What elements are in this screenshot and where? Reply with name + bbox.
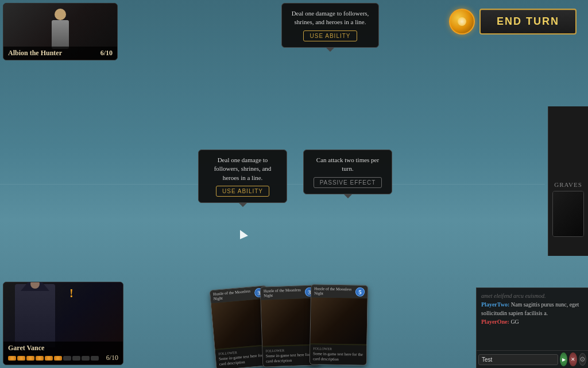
chat-input-field[interactable]: [478, 354, 558, 365]
chat-settings-button[interactable]: ⚙: [579, 353, 586, 366]
hp-pip-4: [36, 356, 44, 361]
graves-panel[interactable]: GRAVES: [548, 106, 588, 256]
card-3[interactable]: Hustle of the Moonless Night 5 Follower …: [310, 284, 368, 366]
hp-pip-1: [8, 356, 16, 361]
tooltip-top: Deal one damage to followers, shrines, a…: [281, 3, 379, 48]
hero-bottom-name-bar: Garet Vance 6/10: [3, 342, 123, 365]
game-board: Albion the Hunter 6/10 END TURN Deal one…: [0, 0, 588, 368]
hp-pip-9: [82, 356, 90, 361]
chat-msg-p2: PlayerTwo: Nam sagittis purus nunc, eget…: [481, 300, 583, 317]
hp-pip-5: [45, 356, 53, 361]
tooltip-mid-right-text: Can attack two times per turn.: [312, 156, 384, 174]
chat-p1-text: GG: [510, 319, 519, 325]
card-2-title: Hustle of the Moonless Night: [264, 288, 305, 298]
passive-effect-button[interactable]: PASSIVE EFFECT: [314, 177, 382, 188]
hp-pip-10: [91, 356, 99, 361]
hero-card-top[interactable]: Albion the Hunter 6/10: [3, 3, 118, 60]
chat-cancel-button[interactable]: [569, 352, 577, 366]
graves-card-art: [553, 191, 583, 236]
card-3-art-detail: [310, 297, 367, 344]
hp-pip-6: [54, 356, 62, 361]
hero-bottom-hp-row: 6/10: [8, 354, 118, 362]
cards-area: Hustle of the Moonless Night 3 Follower …: [212, 285, 359, 365]
hero-name-bar-top: Albion the Hunter 6/10: [3, 47, 117, 60]
wizard-art: [15, 284, 55, 347]
chat-system-msg: amet eleifend arcu euismod.: [481, 292, 583, 300]
hp-pip-8: [72, 356, 80, 361]
card-3-header: Hustle of the Moonless Night 5: [311, 285, 368, 298]
tooltip-mid-right: Can attack two times per turn. PASSIVE E…: [303, 150, 392, 194]
hero-name-bottom: Garet Vance: [8, 344, 118, 352]
end-turn-area: END TURN: [449, 9, 577, 34]
hero-hp-top: 6/10: [100, 49, 113, 57]
card-3-cost: 5: [355, 287, 365, 296]
hp-pips: [8, 356, 99, 361]
hero-name-top: Albion the Hunter: [8, 49, 62, 57]
hp-pip-7: [63, 356, 71, 361]
chat-messages: amet eleifend arcu euismod. PlayerTwo: N…: [477, 288, 588, 350]
chat-input-row: ⚙: [477, 350, 588, 368]
card-3-art: [310, 297, 367, 344]
graves-label: GRAVES: [554, 181, 582, 188]
hp-pip-3: [26, 356, 34, 361]
card-3-footer: Follower Some in-game text here for the …: [310, 344, 367, 365]
cursor: [240, 230, 248, 239]
hp-pip-2: [17, 356, 25, 361]
chat-msg-p1: PlayerOne: GG: [481, 317, 583, 326]
exclamation-mark: !: [69, 287, 74, 300]
chat-panel: amet eleifend arcu euismod. PlayerTwo: N…: [476, 288, 588, 368]
use-ability-mid-left-button[interactable]: USE ABILITY: [216, 186, 269, 197]
tooltip-top-text: Deal one damage to followers, shrines, a…: [290, 9, 370, 27]
end-turn-button[interactable]: END TURN: [479, 9, 577, 34]
chat-p2-label: PlayerTwo:: [481, 301, 509, 308]
card-3-title: Hustle of the Moonless Night: [314, 286, 355, 296]
chat-send-button[interactable]: [560, 352, 567, 366]
mana-orb: [449, 9, 475, 34]
card-3-desc: Some in-game text here for the card desc…: [313, 351, 363, 363]
use-ability-top-button[interactable]: USE ABILITY: [303, 30, 357, 41]
tooltip-mid-left: Deal one damage to followers, shrines, a…: [198, 150, 287, 203]
hero-hp-bottom: 6/10: [106, 354, 118, 362]
hero-card-bottom[interactable]: ! Garet Vance 6/10: [3, 282, 123, 365]
chat-p1-label: PlayerOne:: [481, 319, 509, 325]
graves-card-preview[interactable]: [552, 191, 584, 237]
tooltip-mid-left-text: Deal one damage to followers, shrines, a…: [207, 156, 278, 182]
